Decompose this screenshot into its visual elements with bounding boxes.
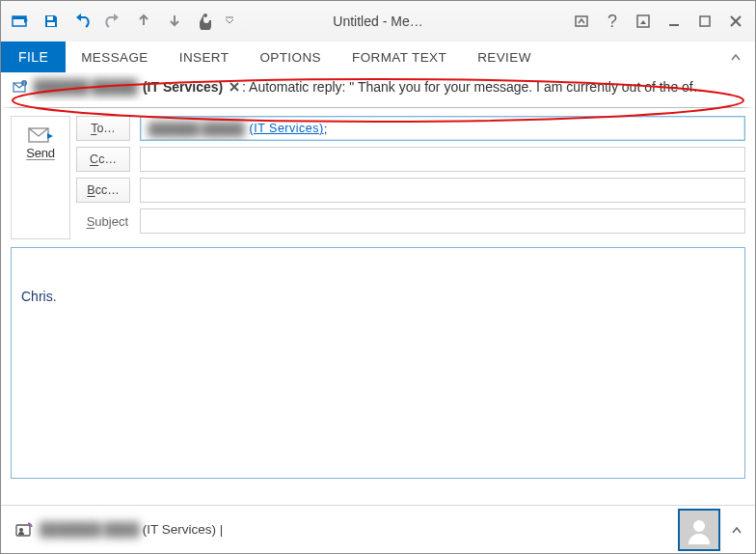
window-title: Untitled - Me…: [333, 14, 422, 29]
subject-label: Subject: [76, 214, 130, 229]
bcc-button[interactable]: Bcc…: [76, 178, 130, 203]
envelope-icon: [27, 125, 54, 146]
svg-rect-2: [13, 16, 26, 19]
undo-button[interactable]: [68, 9, 95, 34]
cc-button[interactable]: Cc…: [76, 147, 130, 172]
tab-file[interactable]: FILE: [1, 42, 66, 72]
title-bar: Untitled - Me… ?: [1, 1, 755, 42]
people-pane-expand-button[interactable]: [728, 522, 745, 538]
ribbon-tabs: FILE MESSAGE INSERT OPTIONS FORMAT TEXT …: [1, 42, 755, 72]
contact-avatar[interactable]: [678, 509, 720, 551]
touch-mode-button[interactable]: [192, 9, 219, 34]
svg-rect-6: [576, 16, 587, 26]
to-recipient-link[interactable]: (IT Services): [250, 122, 324, 135]
people-pane-suffix: (IT Services) |: [143, 522, 224, 537]
tab-format-text[interactable]: FORMAT TEXT: [337, 42, 462, 72]
tab-options[interactable]: OPTIONS: [244, 42, 337, 72]
message-body-text: Chris.: [21, 289, 57, 304]
to-recipient-name-redacted: ██████ █████: [147, 122, 246, 136]
compose-header: Send To… ██████ █████ (IT Services) ; Cc…: [1, 108, 755, 239]
contact-card-icon[interactable]: [14, 521, 36, 539]
mailtip-recipient-dept: (IT Services): [143, 79, 223, 95]
to-field[interactable]: ██████ █████ (IT Services) ;: [140, 116, 745, 141]
popout-window-button[interactable]: [7, 9, 34, 34]
window-controls: ?: [568, 9, 749, 34]
people-pane: ███████ ████ (IT Services) |: [1, 505, 755, 553]
mailtip-recipient-name-redacted: ██████ █████: [32, 79, 139, 95]
quick-access-toolbar: [7, 9, 236, 34]
tab-insert[interactable]: INSERT: [164, 42, 245, 72]
svg-point-5: [203, 14, 207, 17]
prev-item-button[interactable]: [130, 9, 157, 34]
close-button[interactable]: [722, 9, 749, 34]
tab-message[interactable]: MESSAGE: [66, 42, 164, 72]
send-button-label: Send: [26, 146, 55, 160]
mailtip-divider: [1, 107, 755, 108]
people-pane-contact[interactable]: ███████ ████ (IT Services) |: [40, 522, 223, 537]
to-recipient-semicolon: ;: [324, 122, 328, 136]
tab-review[interactable]: REVIEW: [462, 42, 547, 72]
restore-window-button[interactable]: [630, 9, 657, 34]
subject-field[interactable]: [140, 208, 745, 234]
people-pane-name-redacted: ███████ ████: [40, 522, 139, 537]
svg-point-17: [693, 520, 705, 532]
qat-customize-button[interactable]: [223, 9, 236, 34]
save-button[interactable]: [38, 9, 65, 34]
svg-rect-9: [700, 16, 710, 26]
send-button[interactable]: Send: [11, 116, 70, 239]
svg-text:i: i: [23, 80, 24, 86]
mailtip-text: : Automatic reply: " Thank you for your …: [242, 79, 707, 95]
mail-info-icon: i: [13, 80, 28, 94]
mailtip-bar: i ██████ █████ (IT Services) : Automatic…: [1, 72, 755, 108]
maximize-button[interactable]: [691, 9, 718, 34]
ribbon-display-options-button[interactable]: [568, 9, 595, 34]
svg-rect-3: [47, 16, 53, 20]
mailtip-remove-recipient-button[interactable]: [227, 81, 242, 93]
mailtip[interactable]: i ██████ █████ (IT Services) : Automatic…: [1, 72, 755, 101]
collapse-ribbon-button[interactable]: [724, 52, 747, 62]
svg-rect-4: [47, 22, 55, 26]
to-button[interactable]: To…: [76, 116, 130, 141]
svg-point-16: [19, 528, 23, 532]
minimize-button[interactable]: [661, 9, 688, 34]
compose-fields: To… ██████ █████ (IT Services) ; Cc… Bcc…: [76, 116, 745, 239]
cc-field[interactable]: [140, 147, 745, 172]
message-body[interactable]: Chris.: [11, 247, 745, 479]
bcc-field[interactable]: [140, 178, 745, 203]
help-button[interactable]: ?: [599, 9, 626, 34]
redo-button[interactable]: [99, 9, 126, 34]
next-item-button[interactable]: [161, 9, 188, 34]
